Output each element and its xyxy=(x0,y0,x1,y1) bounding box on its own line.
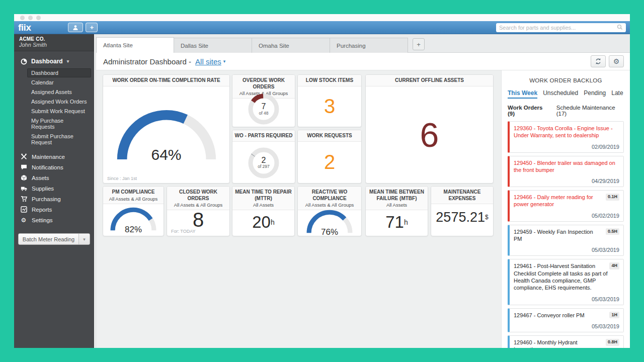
card-value: 2575.21 xyxy=(436,210,485,225)
card-title: WO - PARTS REQUIRED xyxy=(234,133,293,139)
card-mean-time-to-repair[interactable]: MEAN TIME TO REPAIR (MTTR) All Assets 20… xyxy=(232,186,295,236)
card-work-requests[interactable]: WORK REQUESTS 2 xyxy=(297,130,362,184)
backlog-tab-bar: This Week Unscheduled Pending Late xyxy=(508,89,624,99)
work-order-item[interactable]: 0.5H129459 - Weekly Fan Inspection PM 05… xyxy=(508,225,624,256)
backlog-subtab-bar: Work Orders (9) Schedule Maintenance (17… xyxy=(508,105,624,117)
work-order-date: 05/03/2019 xyxy=(514,247,619,253)
search-input[interactable] xyxy=(499,25,617,31)
card-footnote: For: TODAY xyxy=(171,229,196,234)
work-order-text: 129466 - Daily meter reading for power g… xyxy=(514,194,593,207)
user-menu-button[interactable] xyxy=(68,23,83,32)
window-dot-icon[interactable] xyxy=(36,16,41,20)
settings-button[interactable]: ⚙ xyxy=(609,55,624,67)
search-box[interactable] xyxy=(496,23,626,32)
sidebar-item-maintenance[interactable]: Maintenance xyxy=(14,151,94,162)
work-order-item[interactable]: 0.8H129460 - Monthly Hydrant Inspection … xyxy=(508,335,624,348)
card-closed-work-orders[interactable]: CLOSED WORK ORDERS All Assets & All Grou… xyxy=(167,186,230,236)
work-order-date: 05/03/2019 xyxy=(514,296,619,302)
duration-badge: 0.5H xyxy=(606,228,619,235)
work-order-date: 05/02/2019 xyxy=(514,213,619,219)
card-value: 3 xyxy=(324,95,335,118)
work-order-item[interactable]: 129450 - Blender trailer was damaged on … xyxy=(508,156,624,188)
work-order-text: 129459 - Weekly Fan Inspection PM xyxy=(514,229,593,242)
card-overdue-work-orders[interactable]: OVERDUE WORK ORDERS All Assets & All Gro… xyxy=(232,74,295,127)
tab-pending[interactable]: Pending xyxy=(584,89,606,97)
sidebar-item-assigned-work-orders[interactable]: Assigned Work Orders xyxy=(27,97,91,106)
card-title: PM COMPLIANCE xyxy=(105,189,162,196)
sidebar-item-notifications[interactable]: Notifications xyxy=(14,162,94,172)
duration-badge: 1H xyxy=(609,312,619,319)
batch-meter-reading-button[interactable]: Batch Meter Reading ▾ xyxy=(18,233,90,245)
browser-chrome xyxy=(14,14,630,21)
sidebar-item-settings[interactable]: ⚙ Settings xyxy=(14,215,94,225)
work-order-item[interactable]: 0.1H129466 - Daily meter reading for pow… xyxy=(508,190,624,222)
user-name: John Smith xyxy=(19,42,89,48)
tab-late[interactable]: Late xyxy=(611,89,623,97)
sidebar-item-label: Purchasing xyxy=(32,196,61,202)
card-title: CURRENT OFFLINE ASSETS xyxy=(368,77,491,84)
sidebar-item-calendar[interactable]: Calendar xyxy=(27,78,91,87)
window-dot-icon[interactable] xyxy=(20,16,25,20)
sidebar-item-assigned-assets[interactable]: Assigned Assets xyxy=(27,87,91,97)
card-wo-parts-required[interactable]: WO - PARTS REQUIRED 2 of 297 xyxy=(232,130,295,184)
card-title: CLOSED WORK ORDERS xyxy=(169,189,227,202)
chevron-down-icon[interactable]: ▾ xyxy=(78,234,90,244)
subtab-schedule-maintenance[interactable]: Schedule Maintenance (17) xyxy=(556,105,624,117)
sidebar-item-submit-purchase-request[interactable]: Submit Purchase Request xyxy=(27,132,91,147)
sidebar-item-supplies[interactable]: Supplies xyxy=(14,183,94,194)
sidebar-item-dashboard[interactable]: Dashboard xyxy=(27,68,91,77)
company-name: ACME CO. xyxy=(19,36,89,42)
chevron-down-icon: ▾ xyxy=(67,59,69,64)
box-icon xyxy=(20,174,27,181)
tab-dallas-site[interactable]: Dallas Site xyxy=(174,38,252,53)
search-icon[interactable] xyxy=(617,23,623,32)
sidebar-item-assets[interactable]: Assets xyxy=(14,172,94,183)
duration-badge: 0.1H xyxy=(606,194,619,201)
card-low-stock-items[interactable]: LOW STOCK ITEMS 3 xyxy=(297,74,362,127)
gear-icon: ⚙ xyxy=(20,217,27,223)
chevron-down-icon[interactable]: ▾ xyxy=(223,59,226,64)
site-filter-link[interactable]: All sites xyxy=(195,57,221,66)
work-order-text: 129460 - Monthly Hydrant Inspection xyxy=(514,339,578,348)
card-unit: $ xyxy=(485,214,489,221)
work-order-item[interactable]: 4H129461 - Post-Harvest Sanitation Check… xyxy=(508,259,624,305)
tab-unscheduled[interactable]: Unscheduled xyxy=(543,89,578,97)
card-title: MEAN TIME TO REPAIR (MTTR) xyxy=(234,189,292,202)
sidebar-item-purchasing[interactable]: Purchasing xyxy=(14,194,94,204)
card-title: LOW STOCK ITEMS xyxy=(300,77,359,84)
add-new-button[interactable]: + xyxy=(86,23,98,32)
card-title: REACTIVE WO COMPLIANCE xyxy=(300,189,359,202)
sidebar-item-submit-work-request[interactable]: Submit Work Request xyxy=(27,107,91,116)
tab-purchasing[interactable]: Purchasing xyxy=(330,38,408,53)
card-pm-compliance[interactable]: PM COMPLIANCE All Assets & All Groups 82… xyxy=(103,186,164,236)
card-ontime-completion[interactable]: WORK ORDER ON-TIME COMPLETION RATE 64% S… xyxy=(103,74,230,184)
card-mean-time-between-failure[interactable]: MEAN TIME BETWEEN FAILURE (MTBF) All Ass… xyxy=(365,186,428,236)
cart-icon xyxy=(20,196,27,202)
card-reactive-wo-compliance[interactable]: REACTIVE WO COMPLIANCE All Assets & All … xyxy=(297,186,362,236)
work-order-text: 129467 - Conveyor roller PM xyxy=(514,312,585,318)
sidebar-item-reports[interactable]: Reports xyxy=(14,204,94,215)
card-subtitle: All Assets & All Groups xyxy=(105,196,162,202)
dashboard-submenu: Dashboard Calendar Assigned Assets Assig… xyxy=(14,66,94,151)
tab-omaha-site[interactable]: Omaha Site xyxy=(252,38,330,53)
card-current-offline-assets[interactable]: CURRENT OFFLINE ASSETS 6 xyxy=(365,74,494,184)
duration-badge: 4H xyxy=(609,262,619,269)
refresh-button[interactable] xyxy=(591,55,606,67)
add-tab-button[interactable]: + xyxy=(413,38,425,50)
card-maintenance-expenses[interactable]: MAINTENANCE EXPENSES 2575.21$ xyxy=(431,186,494,236)
work-order-item[interactable]: 129360 - Toyota Corolla - Engine Issue -… xyxy=(508,121,624,153)
window-dot-icon[interactable] xyxy=(28,16,33,20)
card-value: 6 xyxy=(420,115,439,154)
sidebar-item-my-purchase-requests[interactable]: My Purchase Requests xyxy=(27,116,91,131)
refresh-icon xyxy=(595,58,602,65)
truck-icon xyxy=(20,185,27,192)
tab-this-week[interactable]: This Week xyxy=(508,89,537,99)
work-order-date: 05/03/2019 xyxy=(514,323,619,329)
sidebar-item-dashboard-group[interactable]: Dashboard ▾ xyxy=(14,56,94,66)
card-value: 71 xyxy=(385,213,404,232)
subtab-work-orders[interactable]: Work Orders (9) xyxy=(508,105,549,117)
sidebar-item-label: Reports xyxy=(32,207,52,213)
tab-atlanta-site[interactable]: Atlanta Site xyxy=(96,37,174,53)
work-order-text: 129450 - Blender trailer was damaged on … xyxy=(514,160,615,173)
work-order-item[interactable]: 1H129467 - Conveyor roller PM 05/03/2019 xyxy=(508,308,624,332)
